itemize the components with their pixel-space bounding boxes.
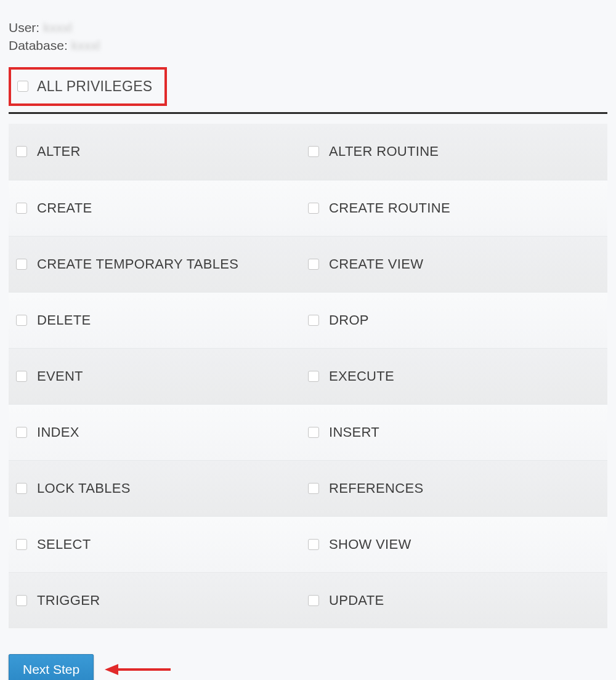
privilege-checkbox[interactable] — [16, 203, 27, 214]
privilege-checkbox[interactable] — [16, 595, 27, 606]
privilege-label: ALTER — [37, 144, 81, 160]
privilege-row: ALTER ALTER ROUTINE — [9, 124, 607, 180]
privilege-checkbox[interactable] — [308, 259, 319, 270]
privilege-checkbox[interactable] — [308, 595, 319, 606]
privilege-label: EVENT — [37, 368, 83, 384]
privilege-cell-event[interactable]: EVENT — [16, 368, 308, 384]
privilege-label: CREATE — [37, 200, 92, 216]
privilege-label: UPDATE — [329, 593, 384, 609]
all-privileges-checkbox[interactable] — [17, 81, 28, 92]
privilege-checkbox[interactable] — [16, 483, 27, 494]
privilege-row: EVENT EXECUTE — [9, 348, 607, 404]
privilege-row: CREATE TEMPORARY TABLES CREATE VIEW — [9, 236, 607, 292]
privilege-cell-trigger[interactable]: TRIGGER — [16, 593, 308, 609]
privilege-label: EXECUTE — [329, 368, 394, 384]
privilege-label: REFERENCES — [329, 480, 423, 496]
privilege-row: DELETE DROP — [9, 292, 607, 348]
privilege-cell-insert[interactable]: INSERT — [308, 424, 600, 440]
privilege-cell-lock-tables[interactable]: LOCK TABLES — [16, 480, 308, 496]
arrow-annotation-icon — [105, 664, 171, 675]
user-value: kxxxl — [43, 18, 72, 36]
footer: Next Step — [9, 654, 607, 680]
privilege-checkbox[interactable] — [16, 539, 27, 550]
arrow-head-icon — [105, 664, 118, 675]
all-privileges-label: ALL PRIVILEGES — [37, 78, 152, 95]
privilege-checkbox[interactable] — [308, 539, 319, 550]
privilege-cell-update[interactable]: UPDATE — [308, 593, 600, 609]
privilege-cell-references[interactable]: REFERENCES — [308, 480, 600, 496]
next-step-button[interactable]: Next Step — [9, 654, 94, 680]
privileges-table: ALTER ALTER ROUTINE CREATE CREATE ROUTIN… — [9, 124, 607, 628]
privilege-cell-create[interactable]: CREATE — [16, 200, 308, 216]
privilege-checkbox[interactable] — [308, 427, 319, 438]
header-info: User: kxxxl Database: kxxxl — [0, 0, 616, 67]
privilege-label: LOCK TABLES — [37, 480, 131, 496]
user-row: User: kxxxl — [9, 18, 607, 36]
privilege-label: DELETE — [37, 312, 91, 328]
privilege-label: CREATE ROUTINE — [329, 200, 450, 216]
privilege-label: INDEX — [37, 424, 79, 440]
privilege-label: INSERT — [329, 424, 379, 440]
privilege-cell-index[interactable]: INDEX — [16, 424, 308, 440]
privilege-label: CREATE TEMPORARY TABLES — [37, 256, 238, 272]
privilege-checkbox[interactable] — [16, 371, 27, 382]
privilege-cell-alter-routine[interactable]: ALTER ROUTINE — [308, 144, 600, 160]
privilege-cell-create-view[interactable]: CREATE VIEW — [308, 256, 600, 272]
privilege-cell-execute[interactable]: EXECUTE — [308, 368, 600, 384]
user-label: User: — [9, 18, 39, 36]
privilege-cell-drop[interactable]: DROP — [308, 312, 600, 328]
privilege-label: CREATE VIEW — [329, 256, 423, 272]
privilege-checkbox[interactable] — [308, 203, 319, 214]
privilege-cell-create-routine[interactable]: CREATE ROUTINE — [308, 200, 600, 216]
privilege-row: SELECT SHOW VIEW — [9, 516, 607, 572]
privilege-label: SHOW VIEW — [329, 536, 411, 552]
privilege-cell-select[interactable]: SELECT — [16, 536, 308, 552]
privilege-row: CREATE CREATE ROUTINE — [9, 180, 607, 236]
privilege-checkbox[interactable] — [308, 146, 319, 157]
privilege-cell-delete[interactable]: DELETE — [16, 312, 308, 328]
arrow-line-icon — [118, 668, 171, 671]
privilege-row: INDEX INSERT — [9, 404, 607, 460]
privilege-row: LOCK TABLES REFERENCES — [9, 460, 607, 516]
privilege-cell-alter[interactable]: ALTER — [16, 144, 308, 160]
database-row: Database: kxxxl — [9, 36, 607, 54]
privilege-cell-show-view[interactable]: SHOW VIEW — [308, 536, 600, 552]
database-value: kxxxl — [71, 36, 100, 54]
privilege-checkbox[interactable] — [308, 315, 319, 326]
privilege-label: SELECT — [37, 536, 91, 552]
privilege-checkbox[interactable] — [16, 146, 27, 157]
privilege-checkbox[interactable] — [308, 371, 319, 382]
privilege-checkbox[interactable] — [16, 427, 27, 438]
all-privileges-row[interactable]: ALL PRIVILEGES — [9, 67, 167, 106]
privilege-checkbox[interactable] — [16, 259, 27, 270]
privilege-label: DROP — [329, 312, 369, 328]
privilege-cell-create-temporary-tables[interactable]: CREATE TEMPORARY TABLES — [16, 256, 308, 272]
privilege-checkbox[interactable] — [16, 315, 27, 326]
privilege-label: TRIGGER — [37, 593, 100, 609]
privilege-label: ALTER ROUTINE — [329, 144, 439, 160]
section-divider — [9, 112, 607, 114]
database-label: Database: — [9, 36, 68, 54]
privilege-checkbox[interactable] — [308, 483, 319, 494]
privilege-row: TRIGGER UPDATE — [9, 572, 607, 628]
